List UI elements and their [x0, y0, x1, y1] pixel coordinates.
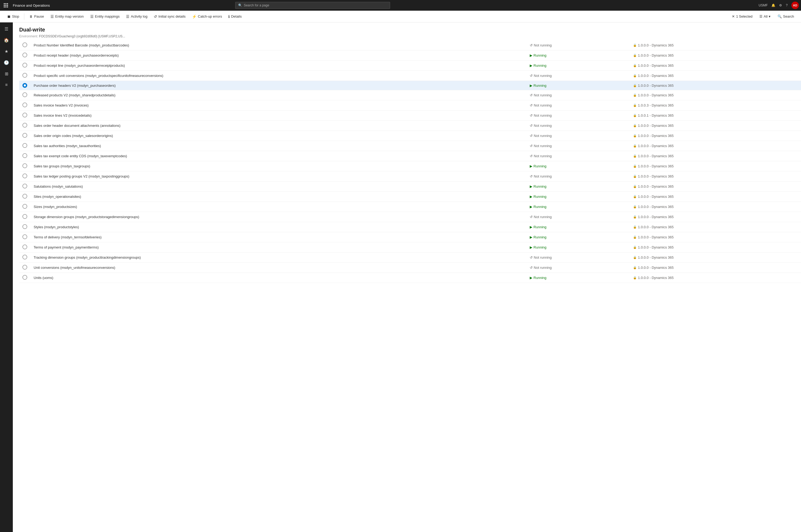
table-row[interactable]: Purchase order headers V2 (msdyn_purchas…: [19, 81, 801, 90]
table-row[interactable]: Sales invoice lines V2 (invoicedetails)↺…: [19, 111, 801, 121]
radio-circle[interactable]: [22, 194, 27, 198]
row-radio-cell[interactable]: [19, 171, 31, 182]
row-radio-cell[interactable]: [19, 90, 31, 100]
table-row[interactable]: Terms of delivery (msdyn_termsofdeliveri…: [19, 232, 801, 242]
table-row[interactable]: Styles (msdyn_productstyles)▶Running🔒1.0…: [19, 222, 801, 232]
sidebar-item-home[interactable]: ☰: [1, 23, 12, 34]
radio-circle[interactable]: [22, 224, 27, 229]
row-radio-cell[interactable]: [19, 141, 31, 151]
table-row[interactable]: Terms of payment (msdyn_paymentterms)▶Ru…: [19, 242, 801, 252]
lock-icon: 🔒: [633, 266, 637, 269]
row-radio-cell[interactable]: [19, 242, 31, 252]
user-avatar[interactable]: AD: [792, 2, 799, 9]
activity-log-button[interactable]: ☰ Activity log: [123, 13, 150, 20]
sidebar-item-recent[interactable]: 🕐: [1, 57, 12, 68]
radio-circle[interactable]: [22, 83, 27, 88]
row-radio-cell[interactable]: [19, 121, 31, 131]
row-radio-cell[interactable]: [19, 182, 31, 192]
row-radio-cell[interactable]: [19, 111, 31, 121]
notification-icon[interactable]: 🔔: [771, 3, 775, 7]
row-radio-cell[interactable]: [19, 151, 31, 161]
row-radio-cell[interactable]: [19, 232, 31, 242]
close-icon[interactable]: ✕: [732, 14, 735, 18]
radio-circle[interactable]: [22, 265, 27, 270]
filter-all-button[interactable]: ☰ All ▾: [757, 13, 773, 19]
table-row[interactable]: Product Number Identified Barcode (msdyn…: [19, 40, 801, 51]
status-text: Running: [533, 83, 546, 88]
radio-circle[interactable]: [22, 153, 27, 158]
table-row[interactable]: Released products V2 (msdyn_sharedproduc…: [19, 90, 801, 100]
radio-circle[interactable]: [22, 255, 27, 260]
table-row[interactable]: Salutations (msdyn_salutations)▶Running🔒…: [19, 182, 801, 192]
row-radio-cell[interactable]: [19, 192, 31, 202]
row-radio-cell[interactable]: [19, 202, 31, 212]
table-row[interactable]: Tracking dimension groups (msdyn_product…: [19, 252, 801, 263]
stop-button[interactable]: ⏹ Stop: [4, 13, 22, 20]
radio-circle[interactable]: [22, 102, 27, 107]
table-row[interactable]: Units (uoms)▶Running🔒1.0.0.0 - Dynamics …: [19, 273, 801, 283]
initial-sync-button[interactable]: ↺ Initial sync details: [151, 13, 188, 20]
radio-circle[interactable]: [22, 133, 27, 138]
table-row[interactable]: Product specific unit conversions (msdyn…: [19, 71, 801, 81]
row-radio-cell[interactable]: [19, 263, 31, 273]
pause-button[interactable]: ⏸ Pause: [26, 13, 47, 20]
radio-circle[interactable]: [22, 204, 27, 209]
row-radio-cell[interactable]: [19, 161, 31, 171]
radio-circle[interactable]: [22, 214, 27, 219]
row-radio-cell[interactable]: [19, 40, 31, 51]
app-grid-icon[interactable]: [2, 2, 9, 9]
radio-circle[interactable]: [22, 234, 27, 239]
radio-circle[interactable]: [22, 53, 27, 57]
radio-circle[interactable]: [22, 73, 27, 78]
table-row[interactable]: Sizes (msdyn_productsizes)▶Running🔒1.0.0…: [19, 202, 801, 212]
table-row[interactable]: Sales invoice headers V2 (invoices)↺Not …: [19, 100, 801, 111]
row-radio-cell[interactable]: [19, 51, 31, 61]
settings-icon[interactable]: ⚙: [779, 3, 782, 7]
search-button[interactable]: 🔍 Search: [775, 13, 797, 19]
row-radio-cell[interactable]: [19, 273, 31, 283]
radio-circle[interactable]: [22, 275, 27, 280]
row-radio-cell[interactable]: [19, 71, 31, 81]
table-row[interactable]: Storage dimension groups (msdyn_products…: [19, 212, 801, 222]
table-row[interactable]: Sales tax exempt code entity CDS (msdyn_…: [19, 151, 801, 161]
radio-circle[interactable]: [22, 92, 27, 97]
row-radio-cell[interactable]: [19, 81, 31, 90]
table-row[interactable]: Sales tax groups (msdyn_taxgroups)▶Runni…: [19, 161, 801, 171]
search-placeholder: Search for a page: [244, 3, 269, 7]
sidebar-item-menu[interactable]: 🏠: [1, 35, 12, 45]
row-radio-cell[interactable]: [19, 252, 31, 263]
global-search[interactable]: 🔍 Search for a page: [235, 2, 390, 9]
sidebar-item-list[interactable]: ≡: [1, 79, 12, 90]
play-icon: ▶: [530, 53, 532, 57]
radio-circle[interactable]: [22, 173, 27, 178]
table-row[interactable]: Product receipt header (msdyn_purchaseor…: [19, 51, 801, 61]
row-radio-cell[interactable]: [19, 61, 31, 71]
details-button[interactable]: ℹ Details: [226, 13, 244, 20]
row-radio-cell[interactable]: [19, 212, 31, 222]
row-name: Sales tax ledger posting groups V2 (msdy…: [31, 171, 527, 182]
radio-circle[interactable]: [22, 63, 27, 68]
radio-circle[interactable]: [22, 123, 27, 128]
row-radio-cell[interactable]: [19, 100, 31, 111]
table-row[interactable]: Sales order header document attachments …: [19, 121, 801, 131]
radio-circle[interactable]: [22, 184, 27, 188]
table-row[interactable]: Product receipt line (msdyn_purchaseorde…: [19, 61, 801, 71]
table-row[interactable]: Unit conversions (msdyn_unitofmeasurecon…: [19, 263, 801, 273]
entity-mappings-button[interactable]: ☰ Entity mappings: [88, 13, 122, 20]
catchup-errors-button[interactable]: ⚡ Catch-up errors: [189, 13, 225, 20]
radio-circle[interactable]: [22, 113, 27, 117]
radio-circle[interactable]: [22, 42, 27, 47]
radio-circle[interactable]: [22, 143, 27, 148]
help-icon[interactable]: ?: [786, 3, 788, 7]
row-radio-cell[interactable]: [19, 222, 31, 232]
table-row[interactable]: Sales tax authorities (msdyn_taxauthorit…: [19, 141, 801, 151]
row-radio-cell[interactable]: [19, 131, 31, 141]
table-row[interactable]: Sales tax ledger posting groups V2 (msdy…: [19, 171, 801, 182]
radio-circle[interactable]: [22, 163, 27, 168]
entity-map-version-button[interactable]: ☰ Entity map version: [48, 13, 87, 20]
table-row[interactable]: Sales order origin codes (msdyn_salesord…: [19, 131, 801, 141]
sidebar-item-favorites[interactable]: ★: [1, 46, 12, 57]
radio-circle[interactable]: [22, 245, 27, 249]
table-row[interactable]: Sites (msdyn_operationalsites)▶Running🔒1…: [19, 192, 801, 202]
sidebar-item-workspaces[interactable]: ⊞: [1, 68, 12, 79]
